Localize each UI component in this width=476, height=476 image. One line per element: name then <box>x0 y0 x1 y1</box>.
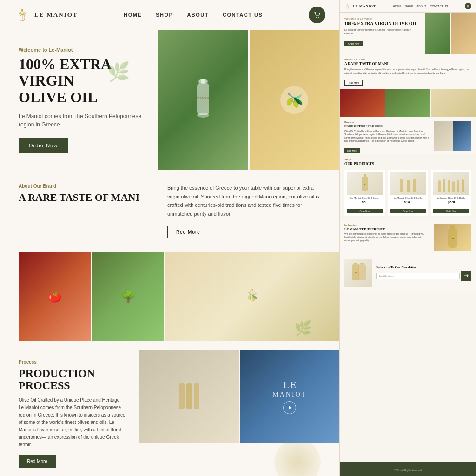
nav-home[interactable]: HOME <box>124 12 142 18</box>
welcome-label: Welcome to Le-Maniot <box>19 47 144 53</box>
newsletter-form: Subscribe To Our Newsletter <box>376 265 471 281</box>
svg-point-12 <box>347 4 348 5</box>
gallery-image-2: 🌳 <box>92 252 164 341</box>
product-card-3: Le Maniot Olive Oil 6 Bottle $270 Order … <box>431 170 471 216</box>
mini-brand-label: About Our Brand <box>344 58 471 61</box>
mini-header: LE MANIOT HOME SHOP ABOUT CONTACT US <box>340 0 476 13</box>
mini-hero-section: Welcome to Le-Maniot 100% EXTRA VIRGIN O… <box>340 13 476 54</box>
products-label: Shop <box>344 158 471 161</box>
gallery-section: 🍅 🌳 🫒 <box>0 252 339 341</box>
svg-text:M: M <box>364 184 365 185</box>
mini-production-text: Process PRODUCTION PROCESS Olive Oil Cra… <box>344 121 430 151</box>
product-name-3: Le Maniot Olive Oil 6 Bottle <box>433 197 469 199</box>
newsletter-bottles: M <box>349 260 368 286</box>
product-bottle-3e <box>456 178 460 195</box>
bottle-illustration: MANIOT <box>192 72 215 128</box>
svg-point-14 <box>468 7 468 7</box>
mini-order-button[interactable]: Order Now <box>344 41 363 46</box>
email-input[interactable] <box>376 273 460 279</box>
main-panel: LE MANIOT HOME SHOP ABOUT CONTACT US 🌿 W… <box>0 0 339 476</box>
production-section: Process PRODUCTION PROCESS Olive Oil Cra… <box>0 350 339 443</box>
product-img-1: M <box>347 172 383 195</box>
footer-text: 2024 · All Rights Reserved <box>394 469 422 472</box>
newsletter-submit-button[interactable] <box>461 271 471 281</box>
mini-production-description: Olive Oil Crafted by a Unique Place and … <box>344 130 430 143</box>
product-btn-2[interactable]: Order Now <box>390 209 426 213</box>
mini-process-label: Process <box>344 121 430 124</box>
main-nav: HOME SHOP ABOUT CONTACT US <box>124 12 263 18</box>
difference-text: Le Maniot LE MANIOT DIFFERENCE We are co… <box>344 224 430 251</box>
mini-hero-img-2 <box>451 13 476 54</box>
products-section: Shop OUR PRODUCTS M Le Maniot Olive Oil … <box>340 154 476 220</box>
production-image-landscape: LE MANIOT <box>240 350 340 443</box>
product-bottle-3b <box>442 178 446 195</box>
product-bottle-2a <box>399 177 404 195</box>
process-label: Process <box>19 359 126 364</box>
svg-rect-25 <box>452 181 455 192</box>
gallery-image-1: 🍅 <box>19 252 91 341</box>
svg-rect-27 <box>462 179 464 192</box>
olive-circle-decor <box>274 439 321 476</box>
products-grid: M Le Maniot Olive Oil 0 Bottle $50 Order… <box>344 170 471 216</box>
product-price-3: $270 <box>433 200 469 204</box>
svg-rect-31 <box>354 263 357 264</box>
cart-button[interactable] <box>309 7 325 23</box>
product-bottle-3c <box>447 178 451 195</box>
svg-rect-20 <box>407 180 410 192</box>
mini-prod-img-2 <box>453 121 472 151</box>
mini-cart-button[interactable] <box>465 3 471 9</box>
svg-rect-28 <box>450 225 455 228</box>
svg-rect-34 <box>360 263 364 264</box>
svg-point-11 <box>250 295 255 301</box>
nav-contact[interactable]: CONTACT US <box>223 12 263 18</box>
order-now-button[interactable]: Order Now <box>19 138 68 153</box>
mini-gallery-img-3 <box>431 89 476 117</box>
production-text: Process PRODUCTION PROCESS Olive Oil Cra… <box>0 350 139 443</box>
product-name-2: Le Maniot Olive Oil 3 Bottle <box>390 197 426 199</box>
mini-nav-home[interactable]: HOME <box>393 5 401 7</box>
production-description: Olive Oil Crafted by a Unique Place and … <box>19 397 126 449</box>
products-title: OUR PRODUCTS <box>344 162 471 166</box>
product-btn-3[interactable]: Order Now <box>433 209 469 213</box>
newsletter-image: M <box>344 259 372 287</box>
production-read-more[interactable]: Red More <box>19 455 56 468</box>
mini-read-more-button[interactable]: Read More <box>344 80 363 86</box>
mini-nav-contact[interactable]: CONTACT US <box>430 5 448 7</box>
brand-title: A RARE TASTE OF MANI <box>19 192 149 204</box>
production-images: LE MANIOT <box>139 350 339 443</box>
leaf-decoration: 🌿 <box>107 61 130 83</box>
nav-about[interactable]: ABOUT <box>187 12 209 18</box>
product-bottle-2c <box>412 177 417 195</box>
nav-shop[interactable]: SHOP <box>156 12 173 18</box>
send-icon <box>464 273 469 278</box>
hero-images: MANIOT 🫒 <box>158 30 339 170</box>
product-bottle-3f <box>461 178 465 195</box>
mini-production-title: PRODUCTION PROCESS <box>344 125 430 128</box>
product-img-2 <box>390 172 426 195</box>
product-bottle-3d <box>451 179 456 195</box>
brand-label: About Our Brand <box>19 184 149 189</box>
brand-left: About Our Brand A RARE TASTE OF MANI <box>19 184 149 204</box>
mini-brand-section: About Our Brand A RARE TASTE OF MANI Bri… <box>340 54 476 89</box>
read-more-button[interactable]: Red More <box>167 226 209 238</box>
mini-footer: 2024 · All Rights Reserved <box>340 462 476 476</box>
difference-label: Le Maniot <box>344 224 430 226</box>
leaf-decor-2: 🌿 <box>294 320 311 336</box>
mini-nav-about[interactable]: ABOUT <box>416 5 426 7</box>
product-img-3 <box>433 172 469 195</box>
mini-prod-img-1 <box>434 121 453 151</box>
mini-production-btn[interactable]: Red More <box>344 148 360 153</box>
svg-text:M: M <box>355 271 357 274</box>
mini-hero-img-1 <box>425 13 450 54</box>
difference-image: M <box>434 224 471 251</box>
svg-point-3 <box>316 17 317 18</box>
mini-hero-title: 100% EXTRA VIRGIN OLIVE OIL <box>344 21 420 26</box>
hero-text: 🌿 Welcome to Le-Maniot 100% EXTRA VIRGIN… <box>0 30 158 170</box>
header: LE MANIOT HOME SHOP ABOUT CONTACT US <box>0 0 339 30</box>
mini-gallery <box>340 89 476 117</box>
mini-hero-subtitle: Le Maniot comes from the Southern Pelopo… <box>344 28 420 35</box>
mini-gallery-img-1 <box>340 89 385 117</box>
cart-icon <box>313 11 321 19</box>
mini-nav-shop[interactable]: SHOP <box>405 5 413 7</box>
product-btn-1[interactable]: Order Now <box>347 209 383 213</box>
